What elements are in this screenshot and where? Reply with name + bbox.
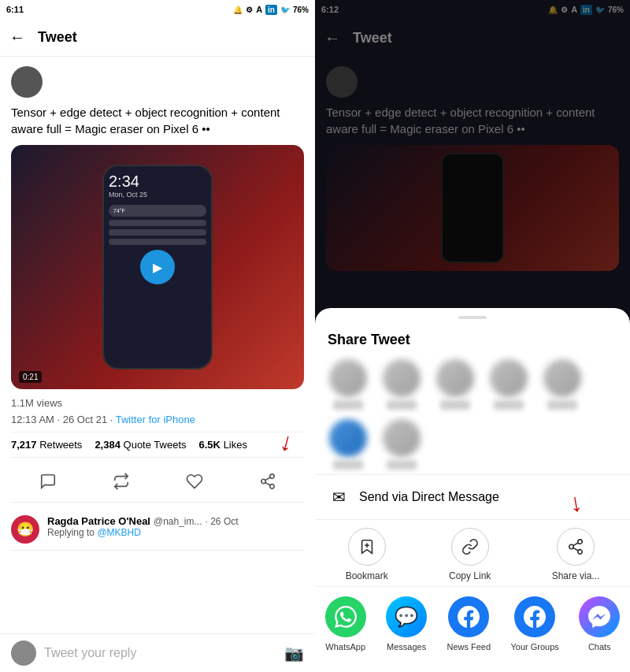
play-button[interactable]: ▶ xyxy=(140,250,175,284)
back-button[interactable]: ← xyxy=(9,28,25,46)
contact-avatar-5 xyxy=(543,359,581,397)
messages-label: Messages xyxy=(387,642,426,652)
chats-label: Chats xyxy=(588,642,611,652)
news-feed-app[interactable]: News Feed xyxy=(439,590,498,652)
facebook-svg xyxy=(458,606,480,628)
current-user-avatar xyxy=(11,640,36,666)
dm-label: Send via Direct Message xyxy=(359,490,499,504)
share-bottom-sheet: Share Tweet Contact Contact Contact Cont… xyxy=(315,308,630,672)
status-time: 6:11 xyxy=(6,5,24,14)
share-via-icon-circle xyxy=(557,528,595,566)
share-actions-row: Bookmark Copy Link Share via... ↓ xyxy=(315,520,630,586)
share-button[interactable] xyxy=(254,467,282,496)
your-groups-label: Your Groups xyxy=(511,642,559,652)
left-header: ← Tweet xyxy=(0,19,315,57)
whatsapp-svg xyxy=(335,606,357,628)
status-icons: 🔔 ⚙ A in 🐦 76% xyxy=(233,5,309,15)
tweet-timestamp: 12:13 AM · 26 Oct 21 · Twitter for iPhon… xyxy=(11,414,304,425)
svg-point-2 xyxy=(269,485,274,489)
video-duration: 0:21 xyxy=(19,371,42,383)
link-icon xyxy=(461,538,479,555)
svg-point-1 xyxy=(261,479,265,484)
svg-point-9 xyxy=(578,550,583,555)
share-via-icon xyxy=(567,538,584,555)
reply-date: · 26 Oct xyxy=(206,516,239,527)
contact-name-7: Contact xyxy=(387,460,417,470)
svg-line-11 xyxy=(573,543,578,546)
messages-app[interactable]: 💬 Messages xyxy=(378,590,435,652)
sheet-title: Share Tweet xyxy=(315,324,630,355)
tweet-views: 1.1M views xyxy=(11,397,304,409)
contacts-row-2: Contact Contact xyxy=(315,414,630,474)
quotes-stat: 2,384 Quote Tweets xyxy=(94,439,186,451)
svg-line-10 xyxy=(573,548,578,551)
linkedin-icon: in xyxy=(265,5,277,15)
like-button[interactable] xyxy=(180,467,209,496)
messages-icon: 💬 xyxy=(386,596,427,637)
copy-link-icon-circle xyxy=(451,528,489,566)
your-groups-app[interactable]: Your Groups xyxy=(503,590,567,652)
bookmark-action[interactable]: Bookmark xyxy=(333,528,401,581)
reply-section: 😷 Ragda Patrice O'Neal @nah_im... · 26 O… xyxy=(11,509,304,551)
whatsapp-label: WhatsApp xyxy=(325,642,365,652)
contact-avatar-2 xyxy=(383,359,421,397)
bookmark-icon xyxy=(358,538,376,555)
contact-avatar-1 xyxy=(329,359,367,397)
share-apps-row: WhatsApp 💬 Messages News Feed Your Group… xyxy=(315,586,630,656)
reply-avatar: 😷 xyxy=(11,515,39,544)
contact-item-5[interactable]: Contact xyxy=(539,359,586,410)
svg-point-0 xyxy=(269,474,274,479)
contact-item-3[interactable]: Contact xyxy=(432,359,479,410)
left-panel: 6:11 🔔 ⚙ A in 🐦 76% ← Tweet Tensor + edg… xyxy=(0,0,315,672)
twitter-icon: 🐦 xyxy=(280,6,290,14)
reply-input-bar[interactable]: Tweet your reply 📷 xyxy=(0,633,315,672)
news-feed-label: News Feed xyxy=(447,642,491,652)
contacts-row-1: Contact Contact Contact Contact Contact xyxy=(315,355,630,414)
time-display: 6:11 xyxy=(6,5,24,14)
reply-button[interactable] xyxy=(34,467,62,496)
tweet-content: Tensor + edge detect + object recognitio… xyxy=(0,57,315,633)
right-panel: 6:12 🔔 ⚙ A in 🐦 76% ← Tweet Tensor + edg… xyxy=(315,0,630,672)
messenger-svg xyxy=(588,606,610,628)
share-via-label: Share via... xyxy=(552,570,600,581)
chats-app[interactable]: Chats xyxy=(571,590,628,652)
contact-avatar-4 xyxy=(490,359,528,397)
settings-icon: ⚙ xyxy=(246,6,253,14)
tweet-source-link[interactable]: Twitter for iPhone xyxy=(116,414,195,425)
contact-avatar-7 xyxy=(383,419,421,457)
whatsapp-app[interactable]: WhatsApp xyxy=(317,590,374,652)
reply-username: Ragda Patrice O'Neal xyxy=(47,515,150,527)
facebook-icon xyxy=(448,596,489,637)
author-avatar xyxy=(11,66,43,98)
contact-item-2[interactable]: Contact xyxy=(378,359,425,410)
contact-avatar-3 xyxy=(436,359,474,397)
retweets-stat: 7,217 Retweets xyxy=(11,439,82,451)
fb-groups-icon xyxy=(514,596,555,637)
contact-name-1: Contact xyxy=(333,400,363,410)
camera-icon[interactable]: 📷 xyxy=(284,644,304,663)
contact-avatar-6 xyxy=(329,419,367,457)
copy-link-action[interactable]: Copy Link xyxy=(436,528,503,581)
left-status-bar: 6:11 🔔 ⚙ A in 🐦 76% xyxy=(0,0,315,19)
contact-item-4[interactable]: Contact xyxy=(485,359,532,410)
svg-line-4 xyxy=(265,477,269,481)
share-via-action[interactable]: Share via... ↓ xyxy=(539,528,613,581)
contact-item-7[interactable]: Contact xyxy=(378,419,425,470)
a-icon: A xyxy=(256,5,262,14)
fb-groups-svg xyxy=(524,606,546,628)
svg-point-8 xyxy=(569,544,574,549)
notification-icon: 🔔 xyxy=(233,6,243,14)
contact-item-1[interactable]: Contact xyxy=(324,359,372,410)
likes-stat: 6.5K Likes xyxy=(199,439,247,451)
reply-input-field[interactable]: Tweet your reply xyxy=(44,646,284,660)
battery-display: 76% xyxy=(293,6,309,14)
tweet-video[interactable]: 2:34 Mon, Oct 25 74°F ▶ 0:21 xyxy=(11,145,304,389)
contact-item-6[interactable]: Contact xyxy=(324,419,372,470)
retweet-button[interactable] xyxy=(107,467,135,496)
sheet-handle xyxy=(458,316,487,319)
contact-name-6: Contact xyxy=(333,460,363,470)
contact-name-2: Contact xyxy=(387,400,417,410)
reply-to-link[interactable]: @MKBHD xyxy=(97,527,141,538)
reply-to-text: Replying to @MKBHD xyxy=(47,527,239,538)
reply-handle: @nah_im... xyxy=(154,516,202,527)
